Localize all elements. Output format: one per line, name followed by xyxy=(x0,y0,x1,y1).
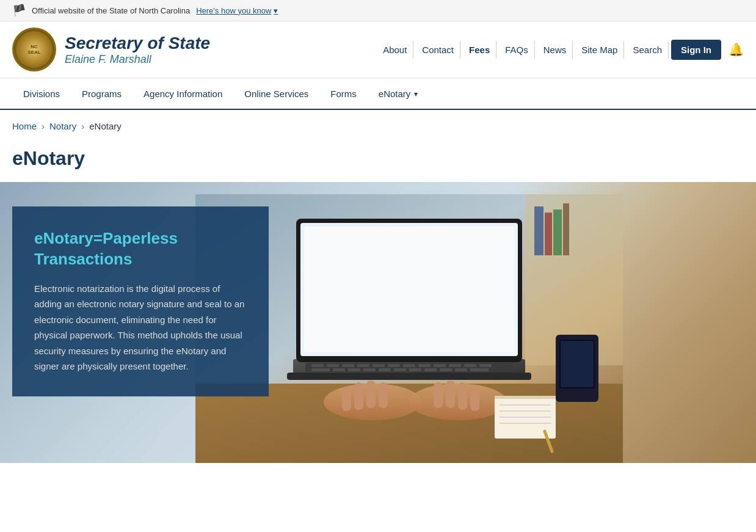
svg-rect-38 xyxy=(342,387,351,411)
nav-news[interactable]: News xyxy=(537,41,573,59)
svg-rect-20 xyxy=(418,364,431,367)
hero-overlay-text: Electronic notarization is the digital p… xyxy=(34,281,247,374)
nav-contact[interactable]: Contact xyxy=(416,41,460,59)
header: NCSEAL Secretary of State Elaine F. Mars… xyxy=(0,21,756,79)
breadcrumb-separator-2: › xyxy=(81,121,84,131)
svg-rect-32 xyxy=(424,368,437,371)
sign-in-button[interactable]: Sign In xyxy=(671,40,721,60)
svg-rect-21 xyxy=(434,364,446,367)
svg-rect-18 xyxy=(388,364,400,367)
svg-rect-44 xyxy=(458,382,467,410)
svg-rect-28 xyxy=(363,368,376,371)
how-you-know-link[interactable]: Here's how you know ▾ xyxy=(196,6,278,15)
official-banner: 🏴 Official website of the State of North… xyxy=(0,0,756,21)
main-navigation: Divisions Programs Agency Information On… xyxy=(0,79,756,110)
svg-rect-17 xyxy=(373,364,385,367)
svg-rect-50 xyxy=(495,396,556,399)
nav-programs[interactable]: Programs xyxy=(71,79,133,109)
svg-rect-8 xyxy=(287,373,531,380)
svg-rect-26 xyxy=(333,368,345,371)
org-title: Secretary of State Elaine F. Marshall xyxy=(65,34,210,66)
notification-bell-icon[interactable]: 🔔 xyxy=(729,42,744,57)
svg-rect-23 xyxy=(464,364,476,367)
svg-rect-41 xyxy=(379,382,388,408)
nav-search[interactable]: Search xyxy=(627,41,669,59)
nav-online-services[interactable]: Online Services xyxy=(233,79,319,109)
nav-site-map[interactable]: Site Map xyxy=(575,41,624,59)
page-title: eNotary xyxy=(0,142,756,182)
breadcrumb-separator-1: › xyxy=(42,121,45,131)
svg-rect-27 xyxy=(348,368,360,371)
svg-rect-33 xyxy=(440,368,452,371)
svg-rect-14 xyxy=(327,364,339,367)
nav-enotary[interactable]: eNotary ▾ xyxy=(368,79,429,109)
svg-rect-31 xyxy=(409,368,421,371)
hero-overlay-title: eNotary=Paperless Transactions xyxy=(34,228,247,270)
flag-icon: 🏴 xyxy=(12,4,26,17)
breadcrumb-home[interactable]: Home xyxy=(12,121,37,131)
nav-about[interactable]: About xyxy=(377,41,413,59)
svg-rect-34 xyxy=(455,368,467,371)
nav-divisions[interactable]: Divisions xyxy=(12,79,71,109)
banner-text: Official website of the State of North C… xyxy=(32,6,190,15)
breadcrumb-notary[interactable]: Notary xyxy=(49,121,76,131)
svg-rect-3 xyxy=(545,213,552,255)
svg-rect-45 xyxy=(470,387,479,411)
svg-rect-11 xyxy=(304,227,514,352)
svg-rect-5 xyxy=(563,203,569,255)
svg-rect-35 xyxy=(470,368,489,371)
svg-rect-30 xyxy=(394,368,406,371)
header-nav: About Contact Fees FAQs News Site Map Se… xyxy=(377,40,744,60)
svg-rect-24 xyxy=(479,364,492,367)
svg-rect-39 xyxy=(354,382,363,410)
nav-agency-information[interactable]: Agency Information xyxy=(133,79,233,109)
hero-section: eNotary=Paperless Transactions Electroni… xyxy=(0,182,756,463)
svg-rect-2 xyxy=(534,206,543,255)
nav-fees[interactable]: Fees xyxy=(463,41,496,59)
nav-faqs[interactable]: FAQs xyxy=(499,41,535,59)
org-title-main: Secretary of State xyxy=(65,34,210,53)
svg-rect-43 xyxy=(446,381,455,408)
nc-seal: NCSEAL xyxy=(12,27,56,71)
enotary-dropdown-arrow-icon: ▾ xyxy=(414,90,418,98)
breadcrumb: Home › Notary › eNotary xyxy=(0,110,756,142)
hero-overlay-box: eNotary=Paperless Transactions Electroni… xyxy=(12,206,269,396)
org-title-sub: Elaine F. Marshall xyxy=(65,53,210,66)
svg-rect-22 xyxy=(449,364,461,367)
svg-rect-16 xyxy=(357,364,369,367)
breadcrumb-current: eNotary xyxy=(89,121,122,131)
nav-forms[interactable]: Forms xyxy=(319,79,368,109)
svg-rect-48 xyxy=(561,341,594,387)
svg-rect-42 xyxy=(434,382,443,408)
svg-rect-15 xyxy=(342,364,354,367)
svg-rect-40 xyxy=(366,381,376,408)
svg-rect-19 xyxy=(403,364,415,367)
svg-rect-4 xyxy=(553,210,562,255)
svg-rect-13 xyxy=(311,364,324,367)
svg-rect-29 xyxy=(379,368,391,371)
header-left: NCSEAL Secretary of State Elaine F. Mars… xyxy=(12,27,210,71)
svg-rect-25 xyxy=(311,368,330,371)
